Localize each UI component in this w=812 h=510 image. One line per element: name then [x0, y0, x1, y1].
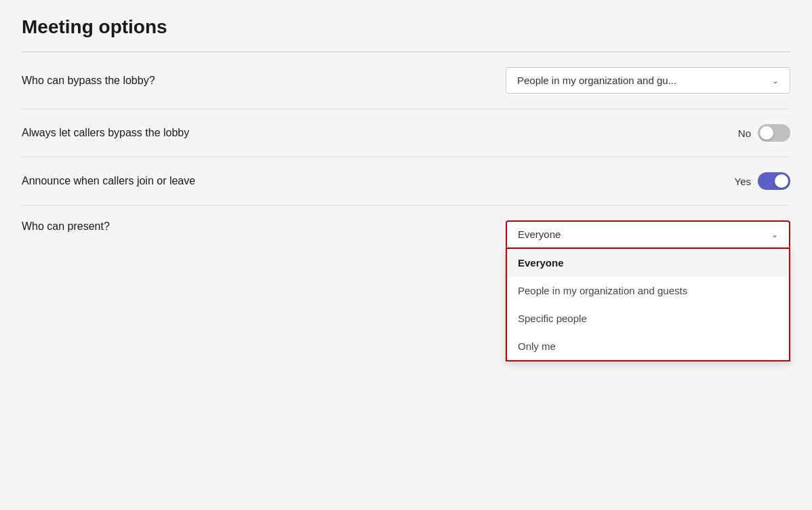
option-only-me[interactable]: Only me	[507, 332, 789, 360]
callers-bypass-toggle-group: No	[738, 124, 790, 142]
callers-bypass-label: Always let callers bypass the lobby	[22, 127, 189, 139]
option-everyone[interactable]: Everyone	[507, 249, 789, 277]
who-can-present-dropdown[interactable]: Everyone ⌄ Everyone People in my organiz…	[506, 220, 790, 361]
who-can-present-control: Everyone ⌄ Everyone People in my organiz…	[499, 220, 790, 361]
callers-bypass-row: Always let callers bypass the lobby No	[22, 109, 790, 157]
bypass-lobby-control: People in my organization and gu... ⌄	[499, 67, 790, 94]
announce-control: Yes	[499, 172, 790, 190]
page-title: Meeting options	[22, 16, 790, 38]
callers-bypass-toggle[interactable]	[758, 124, 790, 142]
meeting-options-container: Meeting options Who can bypass the lobby…	[0, 0, 812, 510]
who-can-present-header[interactable]: Everyone ⌄	[506, 220, 790, 248]
callers-bypass-slider	[758, 124, 790, 142]
callers-bypass-toggle-label: No	[738, 128, 751, 139]
who-can-present-menu: Everyone People in my organization and g…	[506, 248, 790, 361]
bypass-lobby-row: Who can bypass the lobby? People in my o…	[22, 52, 790, 109]
announce-label: Announce when callers join or leave	[22, 175, 195, 187]
bypass-lobby-value: People in my organization and gu...	[517, 75, 676, 86]
bypass-lobby-label: Who can bypass the lobby?	[22, 75, 155, 87]
bypass-lobby-chevron: ⌄	[772, 76, 779, 85]
announce-toggle-group: Yes	[735, 172, 790, 190]
announce-slider	[758, 172, 790, 190]
bypass-lobby-selected[interactable]: People in my organization and gu... ⌄	[506, 67, 790, 94]
options-list: Who can bypass the lobby? People in my o…	[22, 52, 790, 510]
who-can-present-value: Everyone	[518, 229, 561, 240]
bypass-lobby-dropdown[interactable]: People in my organization and gu... ⌄	[506, 67, 790, 94]
who-can-present-chevron: ⌄	[771, 230, 778, 239]
announce-toggle[interactable]	[758, 172, 790, 190]
allow-mic-row: Allow mic for attendees?	[22, 494, 790, 510]
announce-row: Announce when callers join or leave Yes	[22, 157, 790, 205]
option-people-org[interactable]: People in my organization and guests	[507, 277, 789, 305]
who-can-present-row: Who can present? Everyone ⌄ Everyone Peo…	[22, 205, 790, 361]
callers-bypass-control: No	[499, 124, 790, 142]
announce-toggle-label: Yes	[735, 176, 751, 187]
who-can-present-label: Who can present?	[22, 220, 110, 233]
option-specific[interactable]: Specific people	[507, 305, 789, 332]
